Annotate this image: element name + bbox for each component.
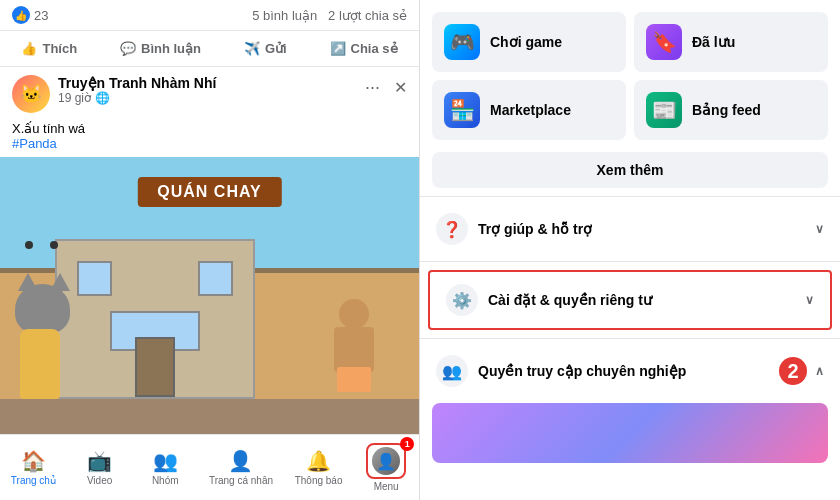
nav-groups[interactable]: 👥 Nhóm (135, 445, 195, 490)
cat-eye-left (25, 241, 33, 249)
like-icon: 👍 (12, 6, 30, 24)
post-actions: 👍 Thích 💬 Bình luận ✈️ Gửi ↗️ Chia sẻ (0, 31, 419, 67)
feed-label: Bảng feed (692, 102, 761, 118)
professional-chevron: ∧ (815, 364, 824, 378)
menu-badge: 1 (400, 437, 414, 451)
comment-icon: 💬 (120, 41, 136, 56)
comment-label: Bình luận (141, 41, 201, 56)
saved-label: Đã lưu (692, 34, 735, 50)
home-label: Trang chủ (11, 475, 56, 486)
cat-eye-right (50, 241, 58, 249)
person-shorts (337, 367, 371, 392)
person-character (329, 299, 379, 399)
share-button[interactable]: ↗️ Chia sẻ (318, 35, 410, 62)
help-row[interactable]: ❓ Trợ giúp & hỗ trợ ∨ (420, 201, 840, 257)
shop-sign: QUÁN CHAY (137, 177, 281, 207)
professional-section: 👥 Quyền truy cập chuyên nghiệp 2 ∧ (420, 338, 840, 403)
cat-body (20, 329, 60, 399)
share-label: Chia sẻ (351, 41, 398, 56)
ground (0, 399, 419, 434)
nav-video[interactable]: 📺 Video (70, 445, 130, 490)
engagement-stats: 5 bình luận 2 lượt chia sẻ (252, 8, 407, 23)
see-more-button[interactable]: Xem thêm (432, 152, 828, 188)
game-label: Chơi game (490, 34, 562, 50)
send-icon: ✈️ (244, 41, 260, 56)
more-options-button[interactable]: ··· (359, 75, 386, 100)
help-section: ❓ Trợ giúp & hỗ trợ ∨ (420, 196, 840, 261)
share-icon: ↗️ (330, 41, 346, 56)
professional-row[interactable]: 👥 Quyền truy cập chuyên nghiệp 2 ∧ (420, 343, 840, 399)
app-card-saved[interactable]: 🔖 Đã lưu (634, 12, 828, 72)
bottom-card (432, 403, 828, 463)
person-body (334, 327, 374, 372)
post-image: QUÁN CHAY (0, 157, 419, 434)
number-badge-2: 2 (779, 357, 807, 385)
app-grid: 🎮 Chơi game 🔖 Đã lưu 🏪 Marketplace 📰 Bản… (420, 0, 840, 152)
author-info: Truyện Tranh Nhàm Nhí 19 giờ 🌐 (58, 75, 351, 105)
notification-icon: 🔔 (306, 449, 331, 473)
profile-label: Trang cá nhân (209, 475, 273, 486)
author-avatar[interactable]: 🐱 (12, 75, 50, 113)
bottom-nav: 🏠 Trang chủ 📺 Video 👥 Nhóm 👤 Trang cá nh… (0, 434, 419, 500)
help-chevron: ∨ (815, 222, 824, 236)
feed-icon: 📰 (646, 92, 682, 128)
post-hashtag: #Panda (12, 136, 407, 151)
marketplace-icon: 🏪 (444, 92, 480, 128)
settings-row[interactable]: ⚙️ Cài đặt & quyền riêng tư ∨ (428, 270, 832, 330)
groups-label: Nhóm (152, 475, 179, 486)
close-button[interactable]: ✕ (394, 78, 407, 97)
send-button[interactable]: ✈️ Gửi (232, 35, 299, 62)
post-author: 🐱 Truyện Tranh Nhàm Nhí 19 giờ 🌐 ··· ✕ (0, 67, 419, 121)
settings-row-left: ⚙️ Cài đặt & quyền riêng tư (446, 284, 652, 316)
video-label: Video (87, 475, 112, 486)
groups-icon: 👥 (153, 449, 178, 473)
app-card-game[interactable]: 🎮 Chơi game (432, 12, 626, 72)
video-icon: 📺 (87, 449, 112, 473)
settings-chevron: ∨ (805, 293, 814, 307)
send-label: Gửi (265, 41, 287, 56)
post-stats: 👍 23 5 bình luận 2 lượt chia sẻ (0, 0, 419, 31)
shares-count: 2 lượt chia sẻ (328, 8, 407, 23)
professional-icon: 👥 (436, 355, 468, 387)
help-label: Trợ giúp & hỗ trợ (478, 221, 592, 237)
menu-highlight-border: 👤 (366, 443, 406, 479)
marketplace-label: Marketplace (490, 102, 571, 118)
like-label: Thích (42, 41, 77, 56)
comments-count: 5 bình luận (252, 8, 317, 23)
comic-scene: QUÁN CHAY (0, 157, 419, 434)
notifications-label: Thông báo (295, 475, 343, 486)
help-icon: ❓ (436, 213, 468, 245)
nav-home[interactable]: 🏠 Trang chủ (3, 445, 64, 490)
menu-label: Menu (374, 481, 399, 492)
nav-profile[interactable]: 👤 Trang cá nhân (201, 445, 281, 490)
post-content: X.ấu tính wá (12, 121, 407, 136)
professional-right: 2 ∧ (779, 357, 824, 385)
building-window-left (77, 261, 112, 296)
menu-avatar: 👤 (372, 447, 400, 475)
professional-label: Quyền truy cập chuyên nghiệp (478, 363, 686, 379)
likes-count: 23 (34, 8, 48, 23)
author-name[interactable]: Truyện Tranh Nhàm Nhí (58, 75, 351, 91)
cat-head (15, 284, 70, 334)
likes-section: 👍 23 (12, 6, 48, 24)
post-text: X.ấu tính wá #Panda (0, 121, 419, 157)
like-icon: 👍 (21, 41, 37, 56)
building-door (135, 337, 175, 397)
cat-character (15, 279, 75, 399)
profile-icon: 👤 (228, 449, 253, 473)
professional-row-left: 👥 Quyền truy cập chuyên nghiệp (436, 355, 686, 387)
settings-icon: ⚙️ (446, 284, 478, 316)
app-card-marketplace[interactable]: 🏪 Marketplace (432, 80, 626, 140)
left-panel: 👍 23 5 bình luận 2 lượt chia sẻ 👍 Thích … (0, 0, 420, 500)
post-header-actions: ··· ✕ (359, 75, 407, 100)
post-time: 19 giờ (58, 91, 91, 105)
game-icon: 🎮 (444, 24, 480, 60)
home-icon: 🏠 (21, 449, 46, 473)
author-meta: 19 giờ 🌐 (58, 91, 351, 105)
comment-button[interactable]: 💬 Bình luận (108, 35, 213, 62)
like-button[interactable]: 👍 Thích (9, 35, 89, 62)
nav-notifications[interactable]: 🔔 Thông báo (287, 445, 351, 490)
nav-menu[interactable]: 👤 Menu 1 (356, 439, 416, 496)
app-card-feed[interactable]: 📰 Bảng feed (634, 80, 828, 140)
building (55, 239, 255, 399)
